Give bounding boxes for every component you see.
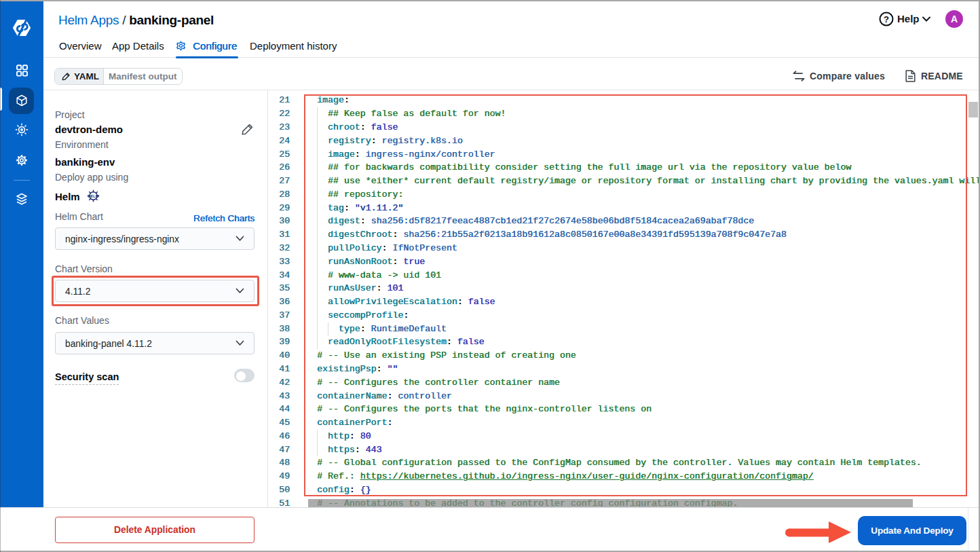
svg-text:HELM: HELM xyxy=(88,194,98,198)
svg-text:?: ? xyxy=(884,14,889,24)
